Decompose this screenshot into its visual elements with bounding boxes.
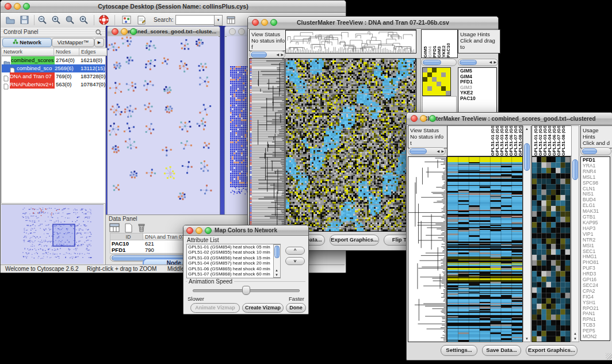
move-up-button[interactable]: ^ [285,247,305,255]
dialog-titlebar[interactable]: Map Colors to Network [183,225,308,236]
heatmap-global[interactable] [447,156,523,342]
attribute-item[interactable]: GPL51-03 (GSM856) heat shock 15 min [187,255,280,260]
minimize-icon[interactable] [121,28,128,35]
minimize-icon[interactable] [196,227,202,234]
gene-label[interactable]: MON2 [583,334,610,340]
heatmap-global[interactable] [285,58,416,232]
column-label[interactable]: GPL51-04 (GSM857) [547,126,552,156]
scroll-left-icon[interactable]: ◀ [489,60,492,64]
heatmap-zoom[interactable] [422,67,451,96]
minimize-icon[interactable] [261,19,268,26]
window-controls[interactable] [5,3,30,10]
col-header-edges[interactable]: Edges [79,48,107,56]
column-label[interactable]: GPL51-03 (GSM856) [542,126,547,156]
main-titlebar[interactable]: Cytoscape Desktop (Session Name: collins… [1,1,346,13]
window-controls[interactable] [186,227,212,234]
column-label[interactable]: GPL51-06 (GSM865) [552,126,556,156]
attribute-item[interactable]: GPL51-06 (GSM865) heat shock 40 min [187,266,280,271]
close-icon[interactable] [229,28,236,35]
tab-more-button[interactable]: ▶ [94,38,104,47]
network-overview-thumbnail[interactable] [1,204,104,264]
network-view-canvas[interactable] [108,36,219,214]
done-button[interactable]: Done [286,303,306,313]
minimize-icon[interactable] [14,3,21,10]
scrollbar-thumb[interactable] [460,60,477,65]
zoom-window-icon[interactable] [205,227,212,234]
network-row[interactable]: DNA and Tran 07 769(0) 183728(0) [2,72,105,81]
column-dendrogram[interactable] [285,29,416,53]
network-row-selected[interactable]: combined_sco 2569(6) 13112(15) [2,64,105,72]
tab-network[interactable]: Network [2,38,52,47]
close-icon[interactable] [5,3,12,10]
row-dendrogram[interactable] [408,156,447,342]
close-icon[interactable] [186,227,193,234]
scroll-down-icon[interactable]: ▼ [573,337,577,340]
column-label[interactable]: PAC10 [446,30,450,58]
matrix-hscrollbar[interactable] [421,59,457,66]
scroll-left-icon[interactable]: ◀ [276,53,279,56]
zoom-window-icon[interactable] [429,115,436,122]
window-controls[interactable] [252,19,277,26]
treeview1-hscrollbar[interactable]: ◀ ▶ [249,51,285,59]
tab-vizmapper[interactable]: VizMapper™ [52,38,94,47]
create-vizmap-button[interactable]: Create Vizmap [242,303,284,313]
scrollbar-thumb[interactable] [524,143,530,171]
animate-vizmap-button[interactable]: Animate Vizmap [190,303,240,313]
scrollbar-thumb[interactable] [572,159,578,180]
treeview2-hscrollbar[interactable]: ◀ ▶ [408,147,446,155]
column-label[interactable]: GPL51-08 (GSM872) [518,126,522,156]
scrollbar-thumb[interactable] [274,246,280,258]
treeview2-titlebar[interactable]: ClusterMaker TreeView : combined_scores_… [407,113,612,125]
scroll-down-icon[interactable]: ▼ [525,337,529,340]
zoom-vscrollbar[interactable]: ▲ ▼ [571,125,579,342]
float-panel-icon[interactable] [95,28,102,39]
scrollbar-thumb[interactable] [410,148,427,154]
scroll-right-icon[interactable]: ▶ [494,60,496,64]
column-label[interactable]: GPL51-08 (GSM872) [561,126,565,156]
zoom-in-icon[interactable] [51,15,62,28]
attribute-item[interactable]: GPL51-07 (GSM868) heat shock 60 min [187,271,280,277]
row-dendrogram[interactable] [249,58,285,232]
resize-grip[interactable] [606,353,612,359]
close-icon[interactable] [411,115,418,122]
open-folder-icon[interactable] [5,15,16,28]
network-row[interactable]: RNAPuberNov2+I 563(0) 107847(0) [2,81,105,89]
column-label[interactable]: GPL51-01 (GSM854) [533,126,538,156]
minimize-icon[interactable] [420,115,427,122]
attribute-item[interactable]: GPL51-04 (GSM857) heat shock 20 min [187,260,280,266]
minimize-icon[interactable] [238,28,245,35]
column-label[interactable]: GIM3 [437,30,441,58]
slider-thumb[interactable] [242,286,250,295]
scrollbar-thumb[interactable] [582,148,597,154]
window-controls[interactable] [112,28,137,35]
column-label[interactable]: GPL51-02 (GSM855) [538,126,542,156]
labels-hscrollbar[interactable] [580,147,611,155]
save-data-button[interactable]: Save Data... [482,345,521,356]
column-label[interactable]: GPL51-04 (GSM857) [504,126,508,156]
window-controls[interactable] [411,115,436,122]
labels-hscrollbar[interactable]: ◀ ▶ [458,59,498,66]
gene-label[interactable]: MSI1 [583,243,610,249]
column-label[interactable]: GIM5 [423,30,427,58]
scroll-right-icon[interactable]: ▶ [281,53,284,56]
export-graphics-button[interactable]: Export Graphics... [526,345,577,356]
close-icon[interactable] [112,28,118,35]
scroll-up-icon[interactable]: ▲ [525,127,529,131]
attribute-item[interactable]: GPL51-02 (GSM855) heat shock 10 min [187,250,280,255]
move-down-button[interactable]: v [285,257,305,265]
search-dropdown-button[interactable]: ▼ [214,15,223,26]
zoom-window-icon[interactable] [130,28,137,35]
zoom-out-icon[interactable] [37,15,48,28]
gene-label[interactable]: PAC10 [460,96,496,102]
export-graphics-button[interactable]: Export Graphics... [330,235,379,246]
save-icon[interactable] [20,15,30,28]
column-label[interactable]: GIM4 [427,30,432,58]
network-row[interactable]: combined_scores 2764(0) 16218(0) [2,56,105,64]
column-label[interactable]: PFD1 [432,30,437,58]
close-icon[interactable] [252,19,259,26]
settings-button[interactable]: Settings... [441,345,477,356]
col-header-nodes[interactable]: Nodes [53,48,81,56]
heatmap-vscrollbar[interactable]: ▲ ▼ [523,125,531,342]
column-label[interactable]: YKE2 [441,30,446,58]
attribute-item[interactable]: GPL51-01 (GSM854) heat shock 05 min [187,244,280,250]
